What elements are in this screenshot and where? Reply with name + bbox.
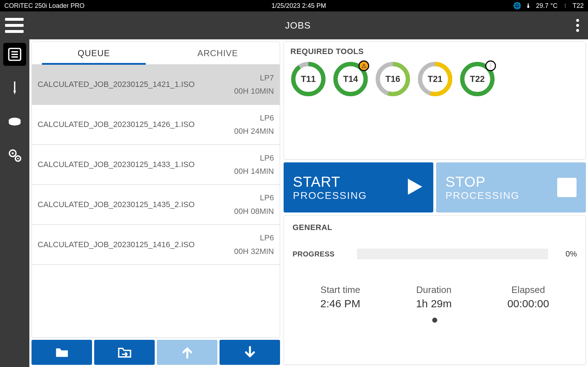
svg-rect-4 <box>14 82 15 91</box>
menu-button[interactable] <box>5 18 24 33</box>
nav-rail <box>0 39 29 367</box>
page-title: JOBS <box>24 20 572 31</box>
svg-marker-21 <box>408 179 422 195</box>
nav-jobs[interactable] <box>3 43 26 66</box>
thermometer-icon: 🌡 <box>525 2 532 10</box>
move-down-button[interactable] <box>220 340 280 365</box>
status-datetime: 1/25/2023 2:45 PM <box>85 2 513 10</box>
job-slot: LP6 <box>234 231 274 244</box>
page-indicator[interactable] <box>293 318 577 324</box>
job-row[interactable]: CALCULATED_JOB_20230125_1421_1.ISOLP700H… <box>32 65 280 105</box>
progress-label: PROGRESS <box>293 250 350 258</box>
job-duration: 00H 10MIN <box>234 84 274 98</box>
tool-indicator: T22❕ <box>459 61 495 97</box>
svg-point-9 <box>12 152 14 155</box>
svg-point-10 <box>17 158 19 159</box>
header-bar: JOBS <box>0 11 588 39</box>
required-tools-title: REQUIRED TOOLS <box>290 47 579 56</box>
job-duration: 00H 08MIN <box>234 205 274 218</box>
elapsed-value: 00:00:00 <box>507 298 549 310</box>
job-duration: 00H 24MIN <box>234 124 274 138</box>
job-row[interactable]: CALCULATED_JOB_20230125_1433_1.ISOLP600H… <box>32 145 280 185</box>
machine-name: CORiTEC 250i Loader PRO <box>4 2 85 10</box>
tool-indicator: T11 <box>290 61 326 97</box>
progress-percent: 0% <box>555 249 577 259</box>
job-list: CALCULATED_JOB_20230125_1421_1.ISOLP700H… <box>32 65 280 337</box>
drill-icon <box>7 80 23 96</box>
general-title: GENERAL <box>293 223 577 232</box>
tool-label: T21 <box>417 61 453 97</box>
job-tabs: QUEUE ARCHIVE <box>32 42 280 65</box>
stop-processing-button[interactable]: STOP PROCESSING <box>436 162 586 212</box>
tool-indicator: T21 <box>417 61 453 97</box>
job-duration: 00H 32MIN <box>234 245 274 258</box>
tool-info-badge: ❕ <box>485 60 496 71</box>
play-icon <box>403 176 424 199</box>
tool-label: T11 <box>290 61 326 97</box>
arrow-down-icon <box>242 344 258 360</box>
job-slot: LP6 <box>234 191 274 204</box>
general-panel: GENERAL PROGRESS 0% Start time 2:46 PM D… <box>284 215 586 365</box>
job-row[interactable]: CALCULATED_JOB_20230125_1426_1.ISOLP600H… <box>32 105 280 145</box>
job-name: CALCULATED_JOB_20230125_1421_1.ISO <box>38 80 195 89</box>
job-slot: LP6 <box>234 111 274 124</box>
status-bar: CORiTEC 250i Loader PRO 1/25/2023 2:45 P… <box>0 0 588 11</box>
nav-blank[interactable] <box>3 110 26 133</box>
duration-label: Duration <box>416 284 452 295</box>
job-row[interactable]: CALCULATED_JOB_20230125_1416_2.ISOLP600H… <box>32 225 280 265</box>
status-temperature: 29.7 °C <box>536 2 558 10</box>
nav-tool[interactable] <box>3 77 26 99</box>
tool-status-icon: ⸽ <box>561 2 569 10</box>
arrow-up-icon <box>179 344 195 360</box>
tool-indicator: T16 <box>375 61 411 97</box>
tool-warning-badge: ⚠ <box>358 60 369 71</box>
stop-label-1: STOP <box>445 174 550 190</box>
stop-icon <box>557 178 577 197</box>
move-up-button[interactable] <box>157 340 217 365</box>
folder-import-icon <box>117 344 132 360</box>
gears-icon <box>7 147 23 163</box>
start-time-label: Start time <box>320 284 361 295</box>
start-processing-button[interactable]: START PROCESSING <box>284 162 433 212</box>
import-button[interactable] <box>94 340 155 365</box>
elapsed-label: Elapsed <box>507 284 549 295</box>
svg-marker-5 <box>13 90 16 94</box>
open-folder-button[interactable] <box>32 340 92 365</box>
more-options-button[interactable] <box>572 19 583 32</box>
start-label-1: START <box>293 174 395 190</box>
nav-settings[interactable] <box>3 144 26 167</box>
run-controls: START PROCESSING STOP PROCESSING <box>284 162 586 212</box>
job-name: CALCULATED_JOB_20230125_1426_1.ISO <box>38 120 195 129</box>
job-slot: LP7 <box>234 71 274 84</box>
duration-value: 1h 29m <box>416 298 452 310</box>
job-duration: 00H 14MIN <box>234 165 274 178</box>
progress-bar <box>357 249 548 259</box>
start-time-value: 2:46 PM <box>320 298 361 310</box>
start-label-2: PROCESSING <box>293 190 395 201</box>
disc-icon <box>7 114 23 129</box>
globe-icon: 🌐 <box>513 2 521 10</box>
job-slot: LP6 <box>234 151 274 165</box>
job-name: CALCULATED_JOB_20230125_1416_2.ISO <box>38 240 195 249</box>
stop-label-2: PROCESSING <box>445 190 550 201</box>
job-name: CALCULATED_JOB_20230125_1435_2.ISO <box>38 200 195 209</box>
job-name: CALCULATED_JOB_20230125_1433_1.ISO <box>38 160 195 169</box>
folder-icon <box>54 344 70 360</box>
tool-indicator: T14⚠ <box>333 61 368 97</box>
tool-label: T16 <box>375 61 411 97</box>
job-row[interactable]: CALCULATED_JOB_20230125_1435_2.ISOLP600H… <box>32 185 280 225</box>
list-icon <box>7 47 23 62</box>
status-tool: T22 <box>573 2 584 10</box>
job-action-bar <box>32 338 280 365</box>
tab-queue[interactable]: QUEUE <box>32 42 156 64</box>
required-tools-panel: REQUIRED TOOLS T11T14⚠T16T21T22❕ <box>284 41 586 160</box>
tab-archive[interactable]: ARCHIVE <box>156 42 280 64</box>
